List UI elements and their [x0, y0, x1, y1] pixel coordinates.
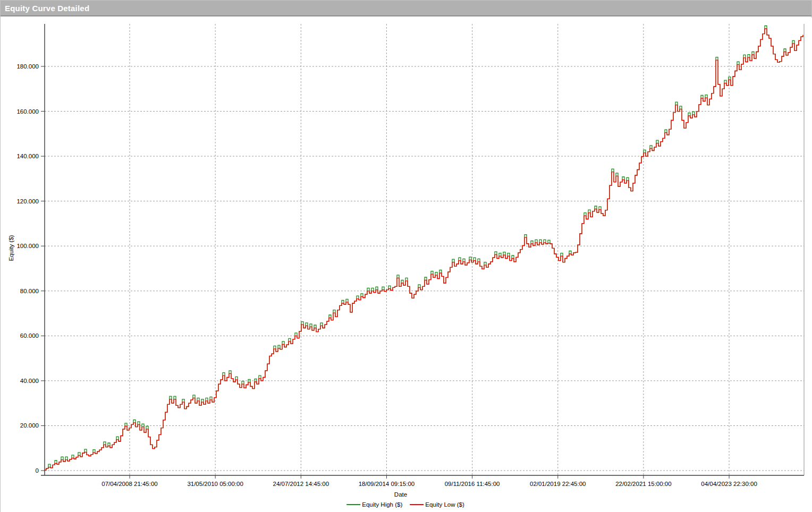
equity-low-line-icon: [410, 504, 424, 505]
equity-high-series: [44, 26, 803, 471]
x-tick-label: 18/09/2014 09:15:00: [359, 481, 415, 487]
legend-label-equity-low: Equity Low ($): [425, 501, 464, 508]
y-tick-label: 120.000: [16, 198, 39, 204]
y-axis-title: Equity ($): [8, 235, 14, 261]
x-tick-label: 04/04/2023 22:30:00: [701, 481, 757, 487]
equity-low-series: [44, 29, 803, 470]
y-tick-label: 160.000: [16, 108, 39, 115]
y-tick-label: 140.000: [16, 153, 39, 159]
y-tick-label: 40.000: [20, 378, 39, 384]
y-tick-label: 80.000: [20, 288, 39, 294]
y-tick-label: 180.000: [16, 63, 39, 70]
y-tick-label: 20.000: [20, 422, 39, 429]
chart-legend: Equity High ($) Equity Low ($): [346, 501, 464, 508]
equity-high-line-icon: [346, 504, 360, 505]
x-axis-title: Date: [394, 491, 407, 498]
chart-region[interactable]: 020.00040.00060.00080.000100.000120.0001…: [1, 18, 812, 512]
equity-chart-plot[interactable]: 020.00040.00060.00080.000100.000120.0001…: [1, 18, 812, 512]
x-tick-label: 31/05/2010 05:00:00: [187, 481, 243, 487]
x-tick-label: 07/04/2008 21:45:00: [102, 481, 158, 487]
x-tick-label: 24/07/2012 14:45:00: [273, 481, 329, 487]
legend-entry-equity-low: Equity Low ($): [410, 501, 464, 508]
window-title: Equity Curve Detailed: [5, 4, 89, 13]
x-tick-label: 02/01/2019 22:45:00: [530, 481, 586, 487]
equity-curve-window: Equity Curve Detailed 020.00040.00060.00…: [0, 0, 812, 512]
legend-label-equity-high: Equity High ($): [362, 501, 402, 508]
y-tick-label: 60.000: [20, 332, 39, 339]
legend-entry-equity-high: Equity High ($): [346, 501, 402, 508]
x-tick-label: 09/11/2016 11:45:00: [445, 481, 500, 487]
x-tick-label: 22/02/2021 15:00:00: [615, 481, 672, 487]
window-titlebar[interactable]: Equity Curve Detailed: [1, 1, 811, 16]
y-tick-label: 100.000: [16, 243, 39, 249]
y-tick-label: 0: [36, 467, 39, 474]
